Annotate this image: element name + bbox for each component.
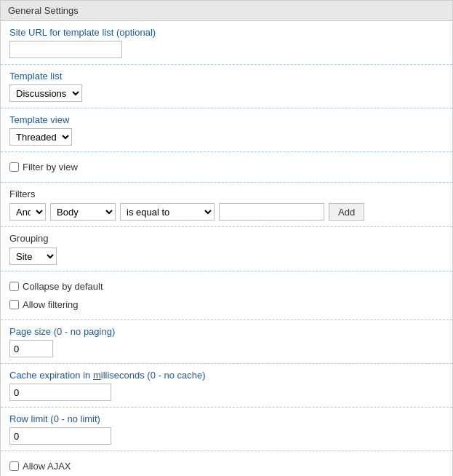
collapse-default-label: Collapse by default <box>23 281 103 292</box>
allow-ajax-label: Allow AJAX <box>23 461 71 472</box>
grouping-label: Grouping <box>9 233 444 244</box>
filters-add-button[interactable]: Add <box>329 203 364 221</box>
cache-expiration-section: Cache expiration in milliseconds (0 - no… <box>1 364 452 408</box>
site-url-label: Site URL for template list (optional) <box>9 27 444 38</box>
template-view-select[interactable]: Threaded Flat Nested <box>9 128 72 146</box>
cache-expiration-label: Cache expiration in milliseconds (0 - no… <box>9 370 444 381</box>
general-settings-panel: General Settings Site URL for template l… <box>0 0 453 476</box>
filters-condition-select[interactable]: is equal to contains starts with ends wi… <box>120 203 215 221</box>
allow-ajax-checkbox[interactable] <box>9 461 19 471</box>
site-url-section: Site URL for template list (optional) <box>1 21 452 65</box>
template-view-label: Template view <box>9 114 444 125</box>
allow-ajax-row: Allow AJAX <box>9 457 444 475</box>
filters-section: Filters And Or Body Title Author Date is… <box>1 183 452 227</box>
row-limit-input[interactable] <box>9 427 111 445</box>
panel-header: General Settings <box>1 1 452 21</box>
filters-row: And Or Body Title Author Date is equal t… <box>9 203 444 221</box>
filters-and-select[interactable]: And Or <box>9 203 46 221</box>
grouping-select[interactable]: Site None Category Author <box>9 247 57 265</box>
row-limit-label: Row limit (0 - no limit) <box>9 413 444 424</box>
template-view-section: Template view Threaded Flat Nested <box>1 108 452 152</box>
row-limit-section: Row limit (0 - no limit) <box>1 408 452 451</box>
collapse-default-section: Collapse by default Allow filtering <box>1 271 452 320</box>
filter-by-view-row: Filter by view <box>9 158 444 176</box>
template-list-select[interactable]: Discussions Blogs Forums News <box>9 84 82 102</box>
panel-title: General Settings <box>8 5 79 16</box>
page-size-input[interactable] <box>9 340 53 357</box>
collapse-default-row: Collapse by default <box>9 277 444 295</box>
grouping-section: Grouping Site None Category Author <box>1 227 452 271</box>
filter-by-view-label: Filter by view <box>23 162 78 172</box>
collapse-default-checkbox[interactable] <box>9 282 19 291</box>
allow-filtering-row: Allow filtering <box>9 295 444 314</box>
filter-by-view-checkbox[interactable] <box>9 162 19 172</box>
template-list-section: Template list Discussions Blogs Forums N… <box>1 65 452 108</box>
cache-expiration-input[interactable] <box>9 384 111 401</box>
site-url-input[interactable] <box>9 41 122 58</box>
template-list-label: Template list <box>9 71 444 82</box>
allow-filtering-checkbox[interactable] <box>9 300 19 309</box>
page-size-section: Page size (0 - no paging) <box>1 320 452 364</box>
filters-label: Filters <box>9 189 444 199</box>
grouping-row: Site None Category Author <box>9 247 444 265</box>
allow-filtering-label: Allow filtering <box>23 299 79 310</box>
bottom-checkboxes-section: Allow AJAX Show performance-monitoring d… <box>1 451 452 476</box>
page-size-label: Page size (0 - no paging) <box>9 326 444 337</box>
filters-field-select[interactable]: Body Title Author Date <box>50 203 116 221</box>
filters-value-input[interactable] <box>219 203 324 221</box>
filter-by-view-section: Filter by view <box>1 152 452 183</box>
